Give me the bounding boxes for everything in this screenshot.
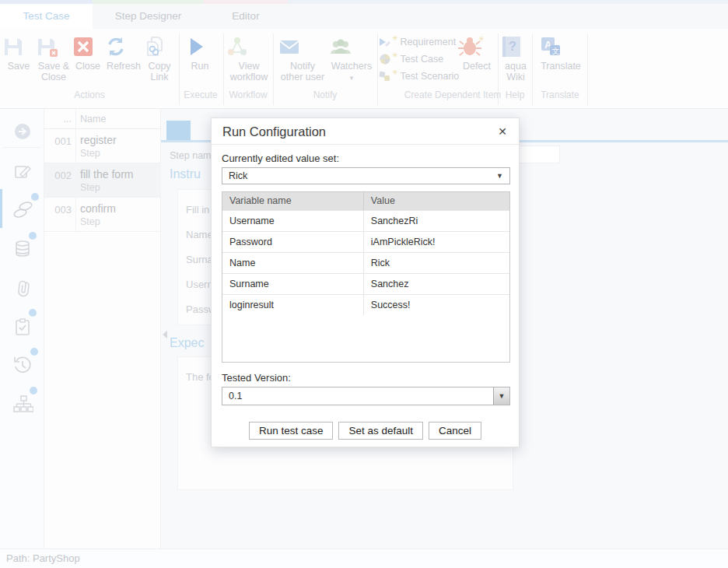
left-sidebar — [0, 109, 44, 549]
save-close-label-1: Save & — [38, 61, 69, 72]
step-number: 003 — [44, 204, 72, 216]
variable-row-name[interactable]: Name Rick — [222, 252, 509, 273]
variable-row-surname[interactable]: Surname Sanchez — [222, 273, 509, 294]
variable-value-cell: iAmPickleRick! — [363, 232, 509, 252]
save-button[interactable]: Save — [2, 35, 36, 72]
create-test-scenario-button[interactable]: ✳ Test Scenario — [379, 70, 459, 82]
value-set-label: Currently edited value set: — [222, 153, 509, 164]
step-name: register — [80, 134, 117, 146]
watchers-icon — [329, 35, 374, 58]
translate-button[interactable]: A文 Translate — [539, 35, 583, 72]
dialog-close-icon[interactable]: ✕ — [495, 124, 510, 139]
step-number: 002 — [44, 170, 72, 181]
tab-step-designer[interactable]: Step Designer — [93, 4, 204, 29]
translate-label: Translate — [541, 61, 581, 72]
close-label: Close — [75, 61, 100, 72]
badge-dot — [29, 232, 37, 240]
attachments-icon[interactable] — [13, 279, 32, 297]
defect-label: Defect — [463, 61, 491, 72]
dialog-footer: Run test case Set as default Cancel — [222, 422, 509, 440]
test-steps-icon[interactable] — [13, 201, 32, 219]
view-workflow-button[interactable]: View workflow — [226, 35, 272, 82]
notify-other-user-button[interactable]: Notify other user — [278, 35, 327, 82]
notify-envelope-icon — [278, 35, 327, 58]
refresh-icon — [104, 35, 143, 58]
create-requirement-button[interactable]: ✳ Requirement — [379, 36, 456, 48]
copy-link-icon — [143, 35, 176, 58]
create-defect-button[interactable]: ✳ Defect — [457, 35, 496, 72]
app-window: Test Case Step Designer Editor Save Save… — [0, 0, 728, 568]
variable-row-loginresult[interactable]: loginresult Success! — [222, 294, 509, 315]
collapse-panel-icon[interactable] — [13, 122, 32, 141]
step-name: fill the form — [80, 168, 133, 181]
selected-step-tab[interactable] — [166, 121, 191, 142]
create-test-case-button[interactable]: ✳ Test Case — [379, 53, 443, 65]
save-close-icon — [36, 35, 72, 58]
close-icon — [72, 35, 104, 58]
notify-label-1: Notify — [290, 61, 315, 72]
dropdown-caret-icon: ▼ — [496, 168, 503, 184]
test-case-icon — [379, 53, 391, 65]
tab-test-case[interactable]: Test Case — [0, 4, 93, 29]
ribbon: Save Save & Close Close Refresh — [0, 29, 728, 109]
dependencies-icon[interactable] — [13, 394, 32, 413]
dropdown-button-caret-icon[interactable]: ▼ — [493, 387, 509, 405]
copy-link-label-1: Copy — [148, 61, 170, 72]
header-strip — [288, 0, 728, 4]
new-sparkle-icon: ✳ — [392, 51, 398, 59]
variables-table-header: Variable name Value — [222, 192, 509, 210]
copy-link-button[interactable]: Copy Link — [143, 35, 176, 82]
step-row-003[interactable]: 003 confirm Step — [44, 198, 161, 232]
variable-row-username[interactable]: Username SanchezRi — [222, 210, 509, 231]
active-section-indicator — [0, 189, 2, 228]
step-row-001[interactable]: 001 register Step — [44, 129, 161, 163]
svg-text:文: 文 — [552, 47, 560, 55]
variable-row-password[interactable]: Password iAmPickleRick! — [222, 231, 509, 252]
column-header-value: Value — [363, 192, 509, 210]
save-and-close-button[interactable]: Save & Close — [36, 35, 72, 82]
notify-label-2: other user — [281, 72, 324, 82]
variable-name-cell: Name — [222, 253, 363, 273]
run-configuration-dialog: Run Configuration ✕ Currently edited val… — [211, 117, 520, 447]
history-icon[interactable] — [13, 356, 32, 374]
watchers-label: Watchers — [331, 61, 372, 72]
step-row-002[interactable]: 002 fill the form Step — [44, 163, 161, 198]
group-label-notify: Notify — [278, 89, 372, 100]
ribbon-tab-bar: Test Case Step Designer Editor — [0, 0, 728, 29]
copy-link-label-2: Link — [151, 72, 169, 82]
cancel-button[interactable]: Cancel — [429, 422, 481, 440]
watchers-button[interactable]: Watchers ▾ — [329, 35, 374, 83]
close-button[interactable]: Close — [72, 35, 104, 72]
tested-version-label: Tested Version: — [222, 372, 509, 384]
value-set-dropdown[interactable]: Rick ▼ — [222, 167, 510, 184]
variable-value-cell: Rick — [363, 253, 509, 273]
wiki-book-icon: ? — [501, 35, 530, 58]
tab-editor[interactable]: Editor — [204, 4, 288, 29]
test-case-label: Test Case — [401, 54, 444, 65]
path-status: Path: PartyShop — [6, 552, 80, 564]
badge-dot — [29, 309, 37, 317]
steps-list-header: ... Name — [44, 109, 161, 129]
svg-text:✳: ✳ — [478, 35, 484, 43]
aqua-wiki-button[interactable]: ? aqua Wiki — [501, 35, 530, 82]
test-data-icon[interactable] — [13, 240, 32, 258]
aqua-wiki-label-2: Wiki — [506, 72, 525, 82]
svg-text:?: ? — [509, 40, 516, 53]
tested-version-dropdown[interactable]: 0.1 ▼ — [222, 387, 510, 405]
defect-bug-icon: ✳ — [457, 35, 496, 58]
instructions-heading: Instru — [170, 167, 201, 181]
execution-log-icon[interactable] — [13, 317, 32, 336]
run-button[interactable]: Run — [184, 35, 216, 72]
badge-dot — [30, 348, 38, 356]
requirement-icon — [379, 36, 391, 48]
step-type: Step — [80, 148, 100, 159]
dialog-title: Run Configuration — [222, 124, 326, 139]
instructions-text: Surna — [186, 254, 213, 265]
collapse-steps-arrow-icon[interactable] — [163, 331, 167, 338]
new-sparkle-icon: ✳ — [392, 68, 398, 76]
run-test-case-button[interactable]: Run test case — [249, 422, 334, 440]
edit-description-icon[interactable] — [13, 163, 32, 181]
save-label: Save — [8, 61, 30, 72]
set-as-default-button[interactable]: Set as default — [338, 422, 423, 440]
refresh-button[interactable]: Refresh — [104, 35, 143, 72]
